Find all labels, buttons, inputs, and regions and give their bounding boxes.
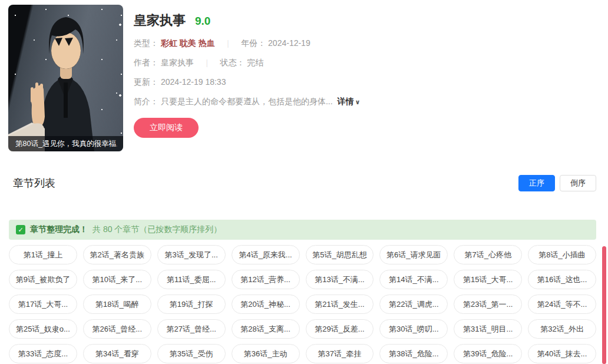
chapter-item[interactable]: 第11话_委屈...	[157, 270, 226, 289]
chapter-item[interactable]: 第2话_著名贵族	[83, 245, 151, 264]
comic-info: 皇家执事 9.0 类型： 彩虹 耽美 热血 ｜ 年份： 2024-12-19 作…	[134, 5, 360, 151]
chapter-item[interactable]: 第21话_发生...	[306, 294, 374, 314]
sort-buttons: 正序 倒序	[518, 175, 596, 191]
chapter-item[interactable]: 第29话_反差...	[306, 319, 374, 339]
scrollbar-thumb[interactable]	[602, 246, 606, 364]
chapter-item[interactable]: 第39话_危险...	[454, 344, 522, 363]
chapter-item[interactable]: 第27话_曾经...	[157, 319, 226, 339]
chapter-item[interactable]: 第7话_心疼他	[454, 245, 522, 264]
chapter-item[interactable]: 第14话_不满...	[379, 270, 448, 289]
chapter-item[interactable]: 第5话_胡思乱想	[306, 245, 374, 264]
chapter-item[interactable]: 第23话_第一...	[454, 294, 522, 314]
update-label: 更新：	[134, 77, 158, 87]
sort-desc-button[interactable]: 倒序	[560, 175, 596, 191]
sort-asc-button[interactable]: 正序	[518, 175, 555, 191]
rating-badge: 9.0	[195, 15, 210, 28]
year-value: 2024-12-19	[268, 38, 310, 48]
chapter-item[interactable]: 第6话_请求见面	[379, 245, 448, 264]
cover-image[interactable]: 第80话_遇见你，我真的很幸福	[8, 5, 123, 151]
chapter-item[interactable]: 第25话_奴隶o...	[9, 319, 77, 339]
tag-link[interactable]: 耽美	[180, 38, 196, 48]
chapter-item[interactable]: 第8话_小插曲	[528, 245, 596, 264]
update-value: 2024-12-19 18:33	[161, 77, 226, 87]
chapter-item[interactable]: 第22话_调虎...	[379, 294, 448, 314]
meta-row-update: 更新： 2024-12-19 18:33	[134, 77, 360, 88]
chapter-item[interactable]: 第24话_等不...	[528, 294, 596, 314]
chapter-item[interactable]: 第19话_打探	[157, 294, 226, 314]
chapter-item[interactable]: 第20话_神秘...	[232, 294, 300, 314]
chapter-item[interactable]: 第9话_被欺负了	[9, 270, 77, 289]
chapter-item[interactable]: 第32话_外出	[528, 319, 596, 339]
check-icon: ✓	[16, 225, 25, 234]
chapter-item[interactable]: 第31话_明目...	[454, 319, 522, 339]
chapter-item[interactable]: 第34话_看穿	[83, 344, 151, 363]
intro-text: 只要是主人的命令都要遵从，包括是他的身体...	[161, 97, 333, 106]
chapter-item[interactable]: 第35话_受伤	[157, 344, 226, 363]
year-label: 年份：	[241, 38, 266, 48]
meta-row-intro: 简介： 只要是主人的命令都要遵从，包括是他的身体... 详情∨	[134, 97, 360, 107]
chapter-item[interactable]: 第16话_这也...	[528, 270, 596, 289]
notice-bold-text: 章节整理完成！	[30, 224, 88, 235]
chapter-item[interactable]: 第17话_大哥...	[9, 294, 77, 314]
chapter-item[interactable]: 第30话_唠叨...	[379, 319, 448, 339]
divider: ｜	[203, 58, 211, 67]
chapter-item[interactable]: 第38话_危险...	[379, 344, 448, 363]
chapter-item[interactable]: 第36话_主动	[232, 344, 300, 363]
chapter-item[interactable]: 第15话_大哥...	[454, 270, 522, 289]
tag-link[interactable]: 彩虹	[161, 38, 177, 48]
divider: ｜	[224, 39, 232, 48]
chevron-down-icon: ∨	[355, 98, 360, 105]
notice-detail-text: 共 80 个章节（已按数字顺序排列）	[92, 224, 222, 235]
chapter-item[interactable]: 第10话_来了...	[83, 270, 151, 289]
meta-row-author-status: 作者： 皇家执事 ｜ 状态： 完结	[134, 58, 360, 68]
chapter-item[interactable]: 第18话_喝醉	[83, 294, 151, 314]
chapter-notice-bar: ✓ 章节整理完成！ 共 80 个章节（已按数字顺序排列）	[9, 220, 596, 240]
chapter-section-header: 章节列表 正序 倒序	[13, 175, 596, 191]
chapter-item[interactable]: 第13话_不满...	[306, 270, 374, 289]
tag-link[interactable]: 热血	[199, 38, 215, 48]
chapter-item[interactable]: 第37话_牵挂	[306, 344, 374, 363]
author-value: 皇家执事	[161, 58, 194, 67]
status-label: 状态：	[220, 58, 244, 67]
read-now-button[interactable]: 立即阅读	[134, 118, 199, 138]
chapter-item[interactable]: 第40话_抹去...	[528, 344, 596, 363]
author-label: 作者：	[134, 58, 158, 67]
cover-caption: 第80话_遇见你，我真的很幸福	[8, 136, 123, 151]
chapter-item[interactable]: 第1话_撞上	[9, 245, 77, 264]
cover-art-man	[8, 5, 123, 151]
chapter-grid: 第1话_撞上 第2话_著名贵族 第3话_发现了... 第4话_原来我... 第5…	[9, 245, 596, 363]
chapter-list-title: 章节列表	[13, 176, 55, 190]
chapter-item[interactable]: 第26话_曾经...	[83, 319, 151, 339]
detail-link[interactable]: 详情∨	[337, 97, 360, 106]
status-value: 完结	[247, 58, 263, 67]
comic-title: 皇家执事	[134, 12, 186, 29]
comic-header: 第80话_遇见你，我真的很幸福 皇家执事 9.0 类型： 彩虹 耽美 热血 ｜ …	[0, 0, 608, 151]
intro-label: 简介：	[134, 97, 158, 106]
chapter-item[interactable]: 第28话_支离...	[232, 319, 300, 339]
type-label: 类型：	[134, 38, 158, 48]
meta-row-type-year: 类型： 彩虹 耽美 热血 ｜ 年份： 2024-12-19	[134, 38, 360, 49]
chapter-item[interactable]: 第3话_发现了...	[157, 245, 226, 264]
chapter-item[interactable]: 第12话_营养...	[232, 270, 300, 289]
chapter-item[interactable]: 第4话_原来我...	[232, 245, 300, 264]
chapter-item[interactable]: 第33话_态度...	[9, 344, 77, 363]
